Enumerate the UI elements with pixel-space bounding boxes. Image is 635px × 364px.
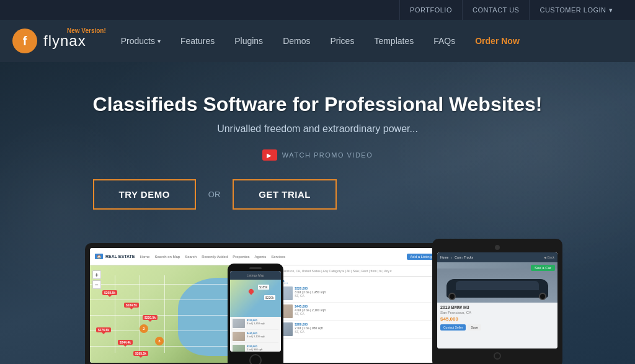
- phone-screen: Listings Map $185k $220k $320,000: [230, 271, 281, 352]
- map-price-pin: $176.6k: [96, 327, 111, 332]
- portfolio-link[interactable]: PORTFOLIO: [399, 0, 462, 20]
- map-zoom-in[interactable]: +: [92, 270, 101, 279]
- contact-us-link[interactable]: CONTACT US: [462, 0, 530, 20]
- see-car-btn: See a Car: [531, 265, 555, 271]
- map-price-pin: $184.5k: [124, 303, 139, 308]
- search-bar-area: San Francisco, CA, United States | Any C…: [272, 265, 440, 277]
- listing-price-header: 95 P...: [274, 279, 437, 285]
- map-road: [140, 275, 140, 353]
- re-header: 🏠 REAL ESTATE Home Search on Map Search …: [90, 248, 440, 265]
- tablet-main-image: See a Car: [437, 262, 557, 303]
- car-window: [456, 281, 539, 290]
- phone-mockup: Listings Map $185k $220k $320,000: [228, 264, 283, 364]
- nav-features[interactable]: Features: [171, 20, 224, 62]
- phone-listing-thumbnail: [233, 332, 245, 341]
- new-version-badge: New Version!: [67, 27, 106, 34]
- tablet-screen: Home › Cars › Trucks ◀ Back: [437, 252, 557, 348]
- dropdown-arrow-icon: ▾: [609, 6, 613, 14]
- watch-video-label: WATCH PROMO VIDEO: [282, 151, 373, 159]
- logo[interactable]: f flynax New Version!: [12, 29, 86, 53]
- map-road: [90, 346, 236, 347]
- phone-map-pin: [247, 288, 254, 295]
- phone-listing-text: $445,000 4 bd | 2,100 sqft: [247, 332, 265, 341]
- watch-promo-video-link[interactable]: ▶ WATCH PROMO VIDEO: [93, 149, 543, 161]
- map-road: [90, 331, 236, 331]
- main-nav: f flynax New Version! Products ▾ Feature…: [0, 20, 635, 62]
- phone-outer: Listings Map $185k $220k $320,000: [228, 264, 283, 364]
- phone-price-tag: $185k: [258, 285, 269, 290]
- nav-prices[interactable]: Prices: [320, 20, 364, 62]
- tablet-camera: [495, 245, 500, 250]
- products-dropdown-icon: ▾: [158, 38, 161, 45]
- map-zoom-out[interactable]: −: [92, 280, 101, 289]
- nav-templates[interactable]: Templates: [364, 20, 424, 62]
- or-text: OR: [208, 190, 221, 199]
- car-wheel-left: [448, 293, 456, 300]
- nav-faqs[interactable]: FAQs: [424, 20, 465, 62]
- nav-links: Products ▾ Features Plugins Demos Prices…: [111, 20, 623, 62]
- phone-content: Listings Map $185k $220k $320,000: [230, 271, 281, 352]
- map-cluster: 3: [155, 337, 164, 345]
- nav-products[interactable]: Products ▾: [111, 20, 171, 62]
- listing-panel: 95 P... $320,000 3 bd | 2 ba | 1,450 sqf…: [272, 277, 440, 363]
- phone-home-button[interactable]: [249, 354, 262, 364]
- map-price-pin: $265.5k: [133, 351, 148, 356]
- phone-listing-item: $445,000 4 bd | 2,100 sqft: [233, 332, 278, 343]
- devices-container: 🏠 REAL ESTATE Home Search on Map Search …: [54, 203, 581, 364]
- map-road: [90, 315, 236, 316]
- phone-map: $185k $220k: [230, 280, 281, 317]
- tablet-content: Home › Cars › Trucks ◀ Back: [437, 252, 557, 348]
- listing-item: $445,000 4 bd | 3 ba | 2,100 sqft SF, CA: [274, 304, 437, 321]
- phone-listing-thumbnail: [233, 319, 245, 328]
- play-icon: ▶: [262, 149, 277, 161]
- hero-subtitle: Unrivalled freedom and extraordinary pow…: [93, 123, 543, 135]
- tablet-price: $45,000: [440, 316, 554, 322]
- logo-text: flynax: [43, 32, 86, 50]
- listing-item: $320,000 3 bd | 2 ba | 1,450 sqft SF, CA: [274, 286, 437, 303]
- tablet-actions: Contact Seller Save: [440, 324, 554, 331]
- phone-listing-thumbnail: [233, 345, 245, 352]
- listing-info: $289,000 2 bd | 1 ba | 980 sqft SF, CA: [295, 322, 322, 336]
- tablet-mockup: Home › Cars › Trucks ◀ Back: [432, 239, 562, 364]
- nav-demos[interactable]: Demos: [273, 20, 320, 62]
- hero-title: Classifieds Software for Professional We…: [93, 93, 543, 116]
- listing-info: $445,000 4 bd | 3 ba | 2,100 sqft SF, CA: [295, 304, 326, 318]
- tablet-listing-info: 2019 BMW M3 San Francisco, CA $45,000 Co…: [437, 303, 557, 333]
- listing-item: $289,000 2 bd | 1 ba | 980 sqft SF, CA: [274, 322, 437, 339]
- phone-listing-item: $289,000 2 bd | 980 sqft: [233, 345, 278, 352]
- phone-speaker: [249, 267, 262, 269]
- map-road: [90, 284, 236, 285]
- logo-icon: f: [12, 29, 37, 53]
- phone-listing-text: $289,000 2 bd | 980 sqft: [247, 345, 262, 352]
- hero-content: Classifieds Software for Professional We…: [93, 93, 543, 210]
- hero-section: Classifieds Software for Professional We…: [0, 62, 635, 364]
- tablet-home-button[interactable]: [494, 352, 501, 360]
- tablet-outer: Home › Cars › Trucks ◀ Back: [432, 239, 562, 364]
- customer-login-link[interactable]: CUSTOMER LOGIN ▾: [529, 0, 623, 20]
- nav-order-now[interactable]: Order Now: [465, 20, 530, 62]
- phone-header: Listings Map: [230, 271, 281, 280]
- map-road: [90, 300, 236, 300]
- save-btn: Save: [468, 324, 481, 331]
- phone-listing-item: $320,000 3 bd | 1,450 sqft: [233, 319, 278, 330]
- car-wheel-right: [539, 293, 546, 300]
- map-price-pin: $344.4k: [118, 340, 133, 345]
- contact-seller-btn: Contact Seller: [440, 324, 466, 331]
- phone-listings: $320,000 3 bd | 1,450 sqft $445,000 4 bd…: [230, 317, 281, 352]
- nav-plugins[interactable]: Plugins: [224, 20, 273, 62]
- re-logo: 🏠 REAL ESTATE: [95, 254, 135, 259]
- map-road: [115, 275, 115, 353]
- top-bar: PORTFOLIO CONTACT US CUSTOMER LOGIN ▾: [0, 0, 635, 20]
- map-price-pin: $220.5k: [143, 315, 158, 320]
- tablet-header: Home › Cars › Trucks ◀ Back: [437, 252, 557, 262]
- listing-info: $320,000 3 bd | 2 ba | 1,450 sqft SF, CA: [295, 286, 326, 300]
- map-price-pin: $208.5k: [102, 290, 117, 295]
- tablet-bottom-bar: [437, 351, 557, 361]
- phone-price-tag: $220k: [264, 295, 275, 300]
- map-cluster: 2: [140, 324, 148, 333]
- map-road: [164, 275, 165, 353]
- phone-listing-text: $320,000 3 bd | 1,450 sqft: [247, 319, 265, 328]
- re-add-listing-btn: Add a Listing: [407, 254, 435, 260]
